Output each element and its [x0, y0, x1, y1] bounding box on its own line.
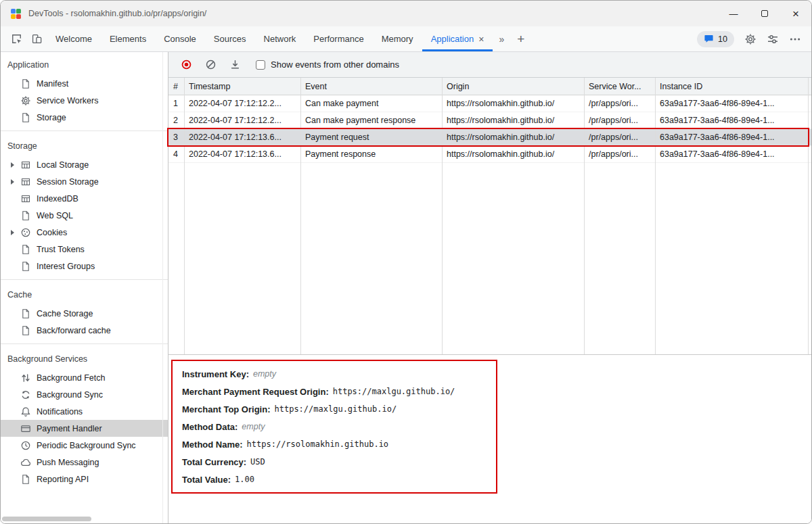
tab-label: Memory	[382, 34, 413, 44]
column-header-event[interactable]: Event	[300, 82, 442, 91]
devtools-toolbar: Welcome Elements Console Sources Network…	[1, 26, 811, 52]
sidebar-item-label: Payment Handler	[37, 424, 102, 433]
tab-memory[interactable]: Memory	[373, 26, 422, 51]
cell-num: 3	[168, 133, 184, 142]
clear-button[interactable]	[202, 56, 219, 74]
sidebar-item-label: Cache Storage	[37, 309, 93, 318]
device-toolbar-icon	[31, 33, 43, 45]
sidebar-item-back-forward-cache[interactable]: Back/forward cache	[1, 322, 168, 339]
settings-gear-icon	[744, 33, 757, 45]
customize-button[interactable]	[767, 33, 779, 45]
sidebar-item-cookies[interactable]: Cookies	[1, 224, 168, 241]
manifest-file-icon	[20, 78, 31, 89]
tab-label: Console	[164, 34, 196, 44]
save-icon	[229, 59, 241, 70]
up-down-arrows-icon	[20, 373, 31, 383]
sidebar-item-notifications[interactable]: Notifications	[1, 403, 168, 420]
payment-handler-panel: Show events from other domains # Timesta…	[168, 52, 811, 523]
sidebar-item-label: Manifest	[37, 79, 68, 89]
cell-instance-id: 63a9a177-3aa6-4f86-89e4-1...	[655, 133, 808, 142]
sidebar-item-label: Service Workers	[37, 96, 98, 105]
show-other-domains-checkbox[interactable]	[256, 60, 265, 70]
tab-console[interactable]: Console	[155, 26, 205, 51]
expand-arrow-icon[interactable]	[7, 162, 18, 168]
sidebar-item-interest-groups[interactable]: Interest Groups	[1, 258, 168, 275]
detail-line: Method Name: https://rsolomakhin.github.…	[182, 435, 811, 453]
sidebar-item-label: Notifications	[37, 407, 83, 416]
event-row-3-selected[interactable]: 3 2022-04-07 17:12:13.6... Payment reque…	[168, 129, 811, 146]
settings-button[interactable]	[744, 33, 757, 45]
file-icon	[20, 325, 31, 336]
sidebar-item-session-storage[interactable]: Session Storage	[1, 173, 168, 190]
sidebar-item-reporting-api[interactable]: Reporting API	[1, 471, 168, 487]
tab-network[interactable]: Network	[255, 26, 305, 51]
save-events-button[interactable]	[226, 56, 244, 74]
devtools-body: Application Manifest Service Workers Sto…	[1, 52, 811, 523]
event-row-1[interactable]: 1 2022-04-07 17:12:12.2... Can make paym…	[168, 95, 811, 112]
expand-arrow-icon[interactable]	[7, 230, 18, 235]
sidebar-item-label: Local Storage	[37, 160, 89, 170]
tab-sources[interactable]: Sources	[205, 26, 255, 51]
detail-label: Total Currency:	[182, 457, 246, 467]
minimize-button[interactable]: —	[718, 1, 749, 26]
sidebar-item-service-workers[interactable]: Service Workers	[1, 92, 168, 109]
events-table: # Timestamp Event Origin Service Wor... …	[168, 78, 811, 355]
sidebar-item-manifest[interactable]: Manifest	[1, 75, 168, 92]
detail-value: https://rsolomakhin.github.io	[247, 439, 389, 449]
inspect-element-button[interactable]	[6, 26, 26, 51]
detail-line: Merchant Payment Request Origin: https:/…	[182, 383, 811, 400]
more-menu-icon	[789, 33, 801, 45]
sidebar-section-cache: Cache	[1, 285, 168, 305]
event-row-2[interactable]: 2 2022-04-07 17:12:12.2... Can make paym…	[168, 112, 811, 129]
close-tab-icon[interactable]: ×	[478, 34, 484, 45]
sidebar-item-web-sql[interactable]: Web SQL	[1, 207, 168, 224]
cell-num: 4	[168, 149, 184, 159]
record-button[interactable]	[177, 56, 195, 74]
file-icon	[20, 261, 31, 272]
cell-instance-id: 63a9a177-3aa6-4f86-89e4-1...	[655, 149, 808, 159]
sidebar-item-push-messaging[interactable]: Push Messaging	[1, 454, 168, 471]
file-icon	[20, 210, 31, 221]
column-header-num[interactable]: #	[168, 82, 184, 91]
sidebar-item-indexeddb[interactable]: IndexedDB	[1, 190, 168, 207]
sidebar-item-background-sync[interactable]: Background Sync	[1, 386, 168, 403]
sidebar-divider	[1, 279, 168, 280]
tab-label: Sources	[214, 34, 246, 44]
cell-service-worker: /pr/apps/ori...	[584, 149, 655, 159]
tab-performance[interactable]: Performance	[304, 26, 372, 51]
close-button[interactable]: ×	[780, 1, 811, 26]
device-toolbar-button[interactable]	[26, 26, 47, 51]
column-header-instance-id[interactable]: Instance ID	[655, 82, 808, 91]
tab-welcome[interactable]: Welcome	[47, 26, 101, 51]
detail-value: USD	[250, 457, 265, 467]
event-row-4[interactable]: 4 2022-04-07 17:12:13.6... Payment respo…	[168, 146, 811, 163]
sidebar-item-local-storage[interactable]: Local Storage	[1, 156, 168, 173]
column-header-service-worker[interactable]: Service Wor...	[584, 82, 655, 91]
detail-label: Merchant Payment Request Origin:	[182, 387, 329, 397]
cloud-icon	[20, 457, 31, 468]
sidebar-item-cache-storage[interactable]: Cache Storage	[1, 305, 168, 322]
more-options-button[interactable]	[789, 33, 801, 45]
cell-timestamp: 2022-04-07 17:12:12.2...	[184, 116, 300, 125]
sidebar-item-trust-tokens[interactable]: Trust Tokens	[1, 241, 168, 258]
detail-value: empty	[242, 422, 265, 431]
sidebar-horizontal-scrollbar[interactable]	[2, 517, 91, 521]
add-panel-button[interactable]: +	[510, 26, 531, 51]
detail-value: https://maxlgu.github.io/	[274, 404, 397, 414]
tab-application[interactable]: Application ×	[422, 26, 493, 51]
sidebar-item-storage[interactable]: Storage	[1, 109, 168, 126]
file-icon	[20, 244, 31, 255]
issues-counter[interactable]: 10	[697, 31, 734, 47]
customize-icon	[767, 33, 779, 45]
more-tabs-button[interactable]: »	[493, 26, 510, 51]
column-header-origin[interactable]: Origin	[442, 82, 584, 91]
sidebar-item-periodic-background-sync[interactable]: Periodic Background Sync	[1, 437, 168, 454]
sidebar-item-background-fetch[interactable]: Background Fetch	[1, 369, 168, 386]
cell-event: Can make payment	[300, 99, 442, 108]
maximize-button[interactable]	[749, 1, 780, 26]
expand-arrow-icon[interactable]	[7, 179, 18, 185]
tab-elements[interactable]: Elements	[101, 26, 155, 51]
payment-card-icon	[20, 423, 31, 434]
sidebar-item-payment-handler[interactable]: Payment Handler	[1, 420, 168, 437]
column-header-timestamp[interactable]: Timestamp	[184, 82, 300, 91]
